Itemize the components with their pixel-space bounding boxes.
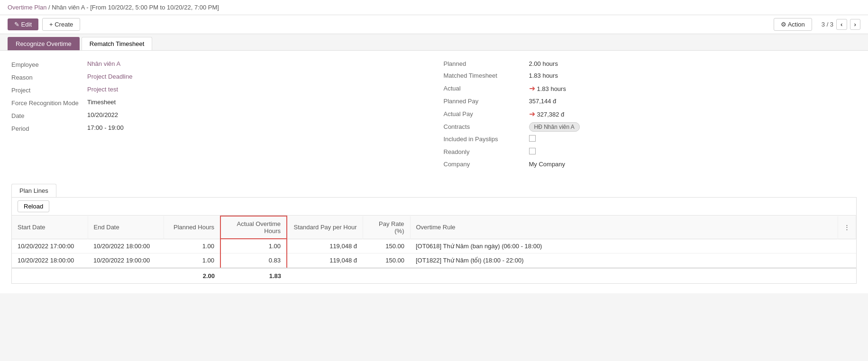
breadcrumb-separator: / [48,4,50,11]
col-header-menu: ⋮ [838,216,856,239]
cell-planned-hours-2: 1.00 [164,253,220,268]
company-label: Company [444,161,529,168]
force-label: Force Recognition Mode [11,99,87,107]
date-value: 10/20/2022 [87,111,425,118]
table-row: 10/20/2022 18:00:00 10/20/2022 19:00:00 … [12,253,856,268]
contracts-row: Contracts HĐ Nhân viên A [444,123,857,130]
cell-end-date-1: 10/20/2022 18:00:00 [88,239,164,253]
company-value: My Company [529,161,857,168]
col-header-pay-rate: Pay Rate (%) [363,216,410,239]
cell-menu-1 [838,239,856,253]
cell-std-pay-2: 119,048 đ [287,253,363,268]
form-left: Employee Nhân viên A Reason Project Dead… [11,60,425,172]
planned-label: Planned [444,60,529,67]
prev-button[interactable]: ‹ [836,19,847,30]
payslips-checkbox[interactable] [529,135,536,142]
cell-start-date-2: 10/20/2022 18:00:00 [12,253,88,268]
plan-lines-table: Start Date End Date Planned Hours Actual… [12,216,856,268]
force-value: Timesheet [87,99,425,106]
actual-pay-value: ➜327,382 đ [529,109,857,118]
reason-label: Reason [11,73,87,81]
main-content: Employee Nhân viên A Reason Project Dead… [0,51,868,293]
period-value: 17:00 - 19:00 [87,124,425,131]
total-actual-overtime: 1.83 [220,272,287,280]
matched-label: Matched Timesheet [444,72,529,79]
edit-button[interactable]: ✎ Edit [8,18,38,30]
actual-pay-label: Actual Pay [444,110,529,117]
reason-value: Project Deadline [87,73,425,80]
date-row: Date 10/20/2022 [11,111,425,119]
col-header-std-pay: Standard Pay per Hour [287,216,363,239]
cell-ot-rule-1: [OT0618] Thứ Năm (ban ngày) (06:00 - 18:… [410,239,838,253]
reload-bar: Reload [12,198,856,216]
actual-row: Actual ➜1.83 hours [444,84,857,93]
actual-pay-row: Actual Pay ➜327,382 đ [444,109,857,118]
breadcrumb-current: Nhân viên A - [From 10/20/22, 5:00 PM to… [52,4,219,11]
tab-plan-lines[interactable]: Plan Lines [11,184,56,197]
form-right: Planned 2.00 hours Matched Timesheet 1.8… [444,60,857,172]
readonly-value [529,148,857,156]
period-row: Period 17:00 - 19:00 [11,124,425,132]
col-header-start-date: Start Date [12,216,88,239]
employee-link[interactable]: Nhân viên A [87,60,120,67]
total-planned-hours: 2.00 [164,272,220,280]
breadcrumb-parent[interactable]: Overtime Plan [8,4,46,11]
reason-row: Reason Project Deadline [11,73,425,81]
matched-value: 1.83 hours [529,72,857,79]
readonly-row: Readonly [444,148,857,156]
reason-link[interactable]: Project Deadline [87,73,132,80]
planned-value: 2.00 hours [529,60,857,67]
col-header-ot-rule: Overtime Rule [410,216,838,239]
actual-value: ➜1.83 hours [529,84,857,93]
totals-row: 2.00 1.83 [12,268,856,283]
cell-menu-2 [838,253,856,268]
matched-row: Matched Timesheet 1.83 hours [444,72,857,79]
cell-std-pay-1: 119,048 đ [287,239,363,253]
date-label: Date [11,111,87,119]
project-link[interactable]: Project test [87,86,118,93]
company-row: Company My Company [444,161,857,168]
table-row: 10/20/2022 17:00:00 10/20/2022 18:00:00 … [12,239,856,253]
cell-actual-overtime-1: 1.00 [220,239,287,253]
readonly-checkbox[interactable] [529,148,536,154]
contracts-badge[interactable]: HĐ Nhân viên A [529,122,580,132]
force-row: Force Recognition Mode Timesheet [11,99,425,107]
col-header-actual-overtime: Actual Overtime Hours [220,216,287,239]
next-button[interactable]: › [850,19,860,30]
planned-pay-label: Planned Pay [444,98,529,105]
actual-arrow: ➜ [529,84,535,92]
company-link[interactable]: My Company [529,161,566,168]
planned-pay-row: Planned Pay 357,144 đ [444,98,857,105]
cell-end-date-2: 10/20/2022 19:00:00 [88,253,164,268]
total-spacer-1 [12,272,88,280]
cell-actual-overtime-2: 0.83 [220,253,287,268]
plan-lines-section-tabs: Plan Lines [11,184,857,198]
planned-pay-value: 357,144 đ [529,98,857,105]
action-button[interactable]: ⚙ Action [774,18,812,31]
contracts-label: Contracts [444,123,529,130]
tab-recognize-overtime[interactable]: Recognize Overtime [8,37,80,50]
breadcrumb: Overtime Plan / Nhân viên A - [From 10/2… [0,0,868,15]
table-header-row: Start Date End Date Planned Hours Actual… [12,216,856,239]
create-button[interactable]: + Create [42,18,80,31]
main-tab-bar: Recognize Overtime Rematch Timesheet [0,34,868,51]
col-header-planned-hours: Planned Hours [164,216,220,239]
contracts-value: HĐ Nhân viên A [529,123,857,130]
payslips-row: Included in Payslips [444,135,857,143]
total-spacer-2 [88,272,164,280]
employee-row: Employee Nhân viên A [11,60,425,68]
cell-start-date-1: 10/20/2022 17:00:00 [12,239,88,253]
pagination-text: 3 / 3 [822,21,833,28]
total-spacer-3 [287,272,856,280]
pagination: 3 / 3 ‹ › [822,19,860,30]
project-value: Project test [87,86,425,93]
form-container: Employee Nhân viên A Reason Project Dead… [11,60,857,172]
actual-pay-arrow: ➜ [529,110,535,118]
tab-rematch-timesheet[interactable]: Rematch Timesheet [82,37,153,50]
reload-button[interactable]: Reload [18,200,49,212]
actual-label: Actual [444,85,529,92]
readonly-label: Readonly [444,148,529,155]
payslips-label: Included in Payslips [444,135,529,143]
table-section: Reload Start Date End Date Planned Hours… [11,198,857,284]
employee-label: Employee [11,60,87,68]
